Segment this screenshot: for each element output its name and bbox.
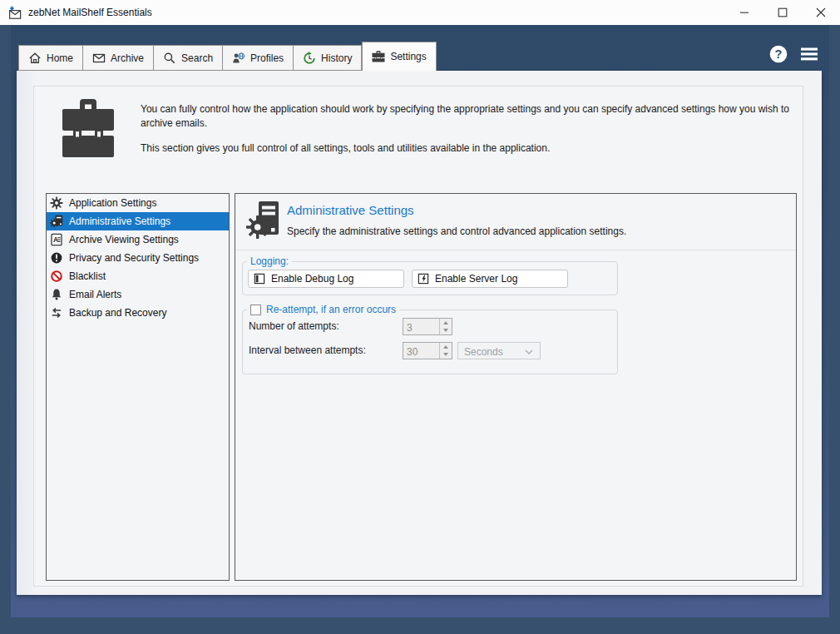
stepper-down-button[interactable] bbox=[440, 327, 452, 335]
tab-label: Profiles bbox=[250, 52, 284, 64]
admin-server-gear-icon bbox=[246, 201, 281, 240]
help-icon: ? bbox=[769, 45, 788, 63]
interval-unit-select[interactable]: Seconds bbox=[457, 342, 541, 359]
reattempt-checkbox[interactable] bbox=[250, 305, 261, 315]
sidebar-item-label: Email Alerts bbox=[69, 289, 121, 300]
arrow-down-icon bbox=[443, 353, 448, 356]
app-logo-icon bbox=[7, 6, 22, 20]
number-of-attempts-label: Number of attempts: bbox=[249, 320, 339, 332]
sidebar-item-administrative-settings[interactable]: Administrative Settings bbox=[47, 212, 229, 230]
close-button[interactable] bbox=[802, 0, 840, 25]
stepper-up-button[interactable] bbox=[440, 319, 452, 327]
bell-icon bbox=[50, 288, 63, 301]
home-icon bbox=[28, 52, 42, 65]
history-icon bbox=[303, 52, 316, 65]
reattempt-group: Re-attempt, if an error occurs Number of… bbox=[242, 304, 618, 374]
window-frame-right bbox=[829, 25, 840, 634]
minimize-button[interactable] bbox=[725, 0, 763, 25]
window-controls bbox=[725, 0, 840, 25]
chevron-down-icon bbox=[525, 349, 533, 354]
sidebar-item-privacy-security-settings[interactable]: Privacy and Security Settings bbox=[47, 249, 229, 267]
tab-profiles[interactable]: Profiles bbox=[223, 45, 294, 71]
select-value: Seconds bbox=[464, 346, 503, 358]
archive-viewing-icon: A bbox=[50, 233, 63, 246]
sidebar-item-email-alerts[interactable]: Email Alerts bbox=[47, 285, 229, 304]
tab-bar: Home Archive Search Profiles History bbox=[18, 42, 437, 71]
intro-paragraph-2: This section gives you full control of a… bbox=[141, 141, 793, 156]
settings-content-box: You can fully control how the applicatio… bbox=[33, 86, 803, 587]
stepper-value: 30 bbox=[403, 343, 439, 359]
search-icon bbox=[163, 52, 176, 65]
intro-paragraph-1: You can fully control how the applicatio… bbox=[141, 102, 793, 131]
sidebar-item-label: Backup and Recovery bbox=[69, 307, 166, 319]
maximize-button[interactable] bbox=[763, 0, 802, 25]
sidebar-item-label: Blacklist bbox=[69, 270, 106, 282]
tab-search[interactable]: Search bbox=[154, 45, 223, 71]
envelope-icon bbox=[92, 52, 106, 65]
enable-server-log-button[interactable]: Enable Server Log bbox=[412, 270, 568, 288]
svg-text:?: ? bbox=[775, 47, 783, 61]
sidebar-item-label: Archive Viewing Settings bbox=[69, 234, 179, 245]
tab-label: History bbox=[321, 52, 352, 64]
sidebar-item-archive-viewing-settings[interactable]: A Archive Viewing Settings bbox=[47, 230, 229, 249]
menu-button[interactable] bbox=[800, 47, 818, 62]
arrow-up-icon bbox=[443, 321, 448, 324]
tab-archive[interactable]: Archive bbox=[83, 45, 154, 71]
blocked-icon bbox=[50, 270, 63, 283]
app-background: Home Archive Search Profiles History bbox=[0, 25, 840, 634]
debug-log-icon bbox=[254, 273, 265, 285]
server-log-icon bbox=[418, 273, 429, 285]
interval-stepper[interactable]: 30 bbox=[403, 342, 452, 359]
button-label: Enable Server Log bbox=[435, 273, 517, 285]
exclamation-circle-icon bbox=[50, 251, 63, 265]
enable-debug-log-button[interactable]: Enable Debug Log bbox=[248, 270, 404, 288]
close-icon bbox=[816, 7, 826, 17]
sidebar-item-application-settings[interactable]: Application Settings bbox=[47, 194, 229, 212]
window-frame-bottom bbox=[0, 617, 840, 634]
arrow-down-icon bbox=[443, 329, 448, 332]
toolbox-icon bbox=[372, 50, 385, 63]
sidebar-item-label: Administrative Settings bbox=[69, 215, 170, 227]
logging-group: Logging: Enable Debug Log Enable Server … bbox=[242, 255, 618, 295]
main-panel: You can fully control how the applicatio… bbox=[17, 71, 822, 595]
menu-icon bbox=[800, 47, 818, 62]
stepper-down-button[interactable] bbox=[440, 351, 452, 359]
sidebar-item-blacklist[interactable]: Blacklist bbox=[47, 267, 229, 285]
sidebar-item-label: Application Settings bbox=[69, 197, 156, 209]
tab-label: Home bbox=[47, 52, 73, 64]
stepper-value: 3 bbox=[403, 319, 439, 334]
svg-text:A: A bbox=[53, 235, 58, 244]
reattempt-legend-label: Re-attempt, if an error occurs bbox=[266, 304, 396, 315]
number-of-attempts-stepper[interactable]: 3 bbox=[403, 318, 452, 335]
top-actions: ? bbox=[769, 45, 818, 63]
titlebar: zebNet MailShelf Essentials bbox=[0, 0, 840, 25]
stepper-arrows bbox=[439, 319, 452, 334]
tab-settings[interactable]: Settings bbox=[362, 42, 436, 71]
stepper-arrows bbox=[439, 343, 452, 359]
window-frame-left bbox=[0, 25, 11, 634]
window-title: zebNet MailShelf Essentials bbox=[28, 7, 152, 18]
swap-arrows-icon bbox=[50, 306, 63, 319]
settings-category-list: Application Settings Administrative Sett… bbox=[46, 193, 230, 581]
help-button[interactable]: ? bbox=[769, 45, 788, 63]
toolbox-large-icon bbox=[62, 97, 114, 158]
sidebar-item-backup-recovery[interactable]: Backup and Recovery bbox=[47, 304, 229, 322]
minimize-icon bbox=[739, 7, 749, 17]
gear-icon bbox=[50, 196, 63, 210]
settings-intro: You can fully control how the applicatio… bbox=[141, 102, 793, 156]
tab-label: Settings bbox=[390, 51, 426, 62]
stepper-up-button[interactable] bbox=[440, 343, 452, 351]
logging-legend: Logging: bbox=[247, 255, 292, 267]
administrative-settings-panel: Administrative Settings Specify the admi… bbox=[235, 193, 797, 581]
panel-subtitle: Specify the administrative settings and … bbox=[287, 225, 626, 237]
tab-home[interactable]: Home bbox=[18, 45, 83, 71]
panel-title: Administrative Settings bbox=[287, 203, 414, 217]
panel-header: Administrative Settings Specify the admi… bbox=[235, 194, 796, 250]
tab-history[interactable]: History bbox=[294, 45, 362, 71]
button-label: Enable Debug Log bbox=[271, 273, 353, 285]
admin-gear-document-icon bbox=[50, 215, 63, 228]
arrow-up-icon bbox=[443, 345, 448, 349]
tab-label: Archive bbox=[111, 52, 144, 64]
sidebar-item-label: Privacy and Security Settings bbox=[69, 252, 199, 264]
tab-label: Search bbox=[181, 52, 213, 64]
